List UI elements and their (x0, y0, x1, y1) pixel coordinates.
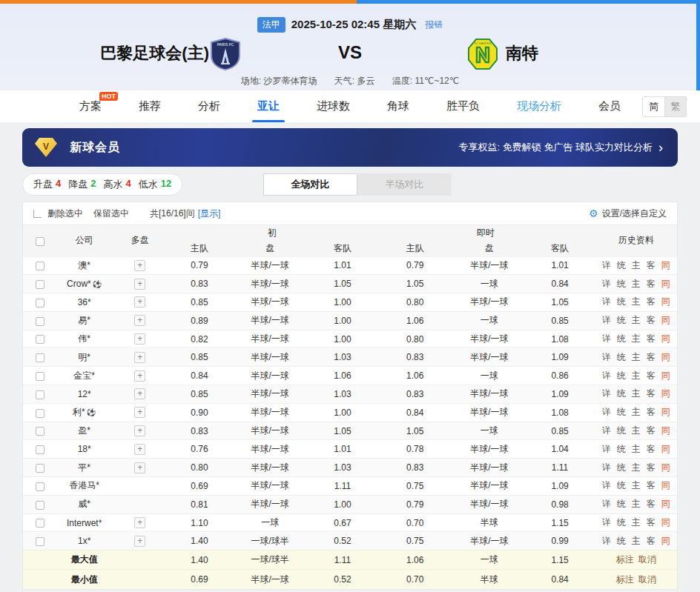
history-link-客[interactable]: 客 (647, 279, 656, 289)
expand-odds-button[interactable]: + (134, 279, 145, 290)
history-link-客[interactable]: 客 (647, 315, 656, 325)
history-link-统[interactable]: 统 (617, 352, 626, 362)
history-link-同[interactable]: 同 (661, 260, 670, 270)
history-link-统[interactable]: 统 (617, 388, 626, 399)
company-name[interactable]: 威* (78, 499, 90, 509)
history-link-主[interactable]: 主 (632, 296, 641, 307)
expand-odds-button[interactable]: + (134, 352, 145, 363)
history-link-详[interactable]: 详 (602, 370, 611, 381)
company-name[interactable]: 36* (78, 297, 91, 307)
history-link-详[interactable]: 详 (602, 260, 611, 270)
history-link-同[interactable]: 同 (661, 444, 670, 454)
history-link-统[interactable]: 统 (617, 462, 626, 473)
expand-odds-button[interactable]: + (134, 407, 145, 418)
history-link-客[interactable]: 客 (647, 462, 656, 473)
company-name[interactable]: 18* (78, 444, 91, 454)
history-link-详[interactable]: 详 (602, 388, 611, 399)
row-checkbox[interactable] (36, 501, 44, 510)
history-link-主[interactable]: 主 (632, 499, 641, 509)
history-link-同[interactable]: 同 (661, 425, 670, 436)
history-link-详[interactable]: 详 (602, 279, 611, 289)
history-link-同[interactable]: 同 (661, 536, 670, 546)
company-name[interactable]: 香港马* (69, 480, 99, 490)
company-name[interactable]: 伟* (78, 333, 90, 344)
history-link-详[interactable]: 详 (602, 352, 611, 362)
expand-odds-button[interactable]: + (134, 444, 145, 455)
history-link-详[interactable]: 详 (602, 517, 611, 528)
history-link-同[interactable]: 同 (661, 499, 670, 509)
company-name[interactable]: 盈* (78, 425, 90, 436)
history-link-客[interactable]: 客 (647, 388, 656, 399)
row-checkbox[interactable] (36, 537, 44, 546)
history-link-主[interactable]: 主 (632, 462, 641, 473)
history-link-主[interactable]: 主 (632, 315, 641, 325)
tab-角球[interactable]: 角球 (387, 90, 409, 122)
summary-link-取消[interactable]: 取消 (638, 554, 656, 565)
history-link-客[interactable]: 客 (647, 260, 656, 270)
scrollbar-thumb[interactable] (696, 0, 700, 90)
history-link-统[interactable]: 统 (617, 517, 626, 528)
history-link-主[interactable]: 主 (632, 260, 641, 270)
row-checkbox[interactable] (36, 317, 44, 326)
history-link-详[interactable]: 详 (602, 407, 611, 417)
half-match-compare-button[interactable]: 半场对比 (357, 173, 452, 196)
history-link-统[interactable]: 统 (617, 260, 626, 270)
history-link-统[interactable]: 统 (617, 536, 626, 546)
row-checkbox[interactable] (36, 280, 44, 289)
tab-分析[interactable]: 分析 (198, 90, 220, 122)
history-link-主[interactable]: 主 (632, 333, 641, 344)
history-link-同[interactable]: 同 (661, 388, 670, 399)
history-link-同[interactable]: 同 (661, 517, 670, 528)
company-name[interactable]: 明* (78, 352, 90, 362)
expand-odds-button[interactable]: + (134, 296, 145, 307)
history-link-统[interactable]: 统 (617, 315, 626, 325)
history-link-客[interactable]: 客 (647, 517, 656, 528)
history-link-主[interactable]: 主 (632, 480, 641, 490)
history-link-客[interactable]: 客 (647, 425, 656, 436)
history-link-同[interactable]: 同 (661, 352, 670, 362)
history-link-同[interactable]: 同 (661, 462, 670, 473)
tab-亚让[interactable]: 亚让 (257, 90, 280, 122)
row-checkbox[interactable] (36, 519, 44, 528)
history-link-详[interactable]: 详 (602, 536, 611, 546)
company-name[interactable]: 金宝* (73, 370, 95, 381)
history-link-详[interactable]: 详 (602, 425, 611, 436)
expand-odds-button[interactable]: + (134, 536, 145, 547)
history-link-客[interactable]: 客 (647, 296, 656, 307)
expand-odds-button[interactable]: + (134, 315, 145, 326)
history-link-详[interactable]: 详 (602, 296, 611, 307)
history-link-客[interactable]: 客 (647, 407, 656, 417)
show-link[interactable]: [显示] (198, 207, 221, 220)
history-link-客[interactable]: 客 (647, 499, 656, 509)
company-name[interactable]: 利* (73, 407, 85, 417)
tab-方案[interactable]: 方案HOT (79, 90, 102, 122)
history-link-主[interactable]: 主 (632, 388, 641, 399)
expand-odds-button[interactable]: + (134, 388, 145, 399)
history-link-详[interactable]: 详 (602, 499, 611, 509)
history-link-同[interactable]: 同 (661, 480, 670, 490)
history-link-详[interactable]: 详 (602, 444, 611, 454)
history-link-详[interactable]: 详 (602, 462, 611, 473)
full-match-compare-button[interactable]: 全场对比 (263, 173, 357, 196)
simplified-chinese-button[interactable]: 简 (643, 97, 664, 116)
history-link-主[interactable]: 主 (632, 407, 641, 417)
select-all-checkbox[interactable] (33, 210, 42, 218)
traditional-chinese-button[interactable]: 繁 (664, 97, 686, 116)
keep-selected-button[interactable]: 保留选中 (93, 207, 129, 220)
history-link-主[interactable]: 主 (632, 517, 641, 528)
tab-进球数[interactable]: 进球数 (317, 90, 350, 122)
league-badge[interactable]: 法甲 (257, 17, 285, 33)
history-link-主[interactable]: 主 (632, 352, 641, 362)
history-link-客[interactable]: 客 (647, 480, 656, 490)
row-checkbox[interactable] (36, 262, 44, 270)
history-link-客[interactable]: 客 (647, 370, 656, 381)
tab-现场分析[interactable]: 现场分析 (517, 90, 561, 122)
history-link-统[interactable]: 统 (617, 279, 626, 289)
row-checkbox[interactable] (36, 372, 44, 381)
tab-会员[interactable]: 会员 (598, 90, 621, 122)
history-link-统[interactable]: 统 (617, 407, 626, 417)
row-checkbox[interactable] (36, 335, 44, 344)
expand-odds-button[interactable]: + (134, 370, 145, 382)
company-name[interactable]: Interwet* (67, 518, 102, 528)
history-link-主[interactable]: 主 (632, 536, 641, 546)
